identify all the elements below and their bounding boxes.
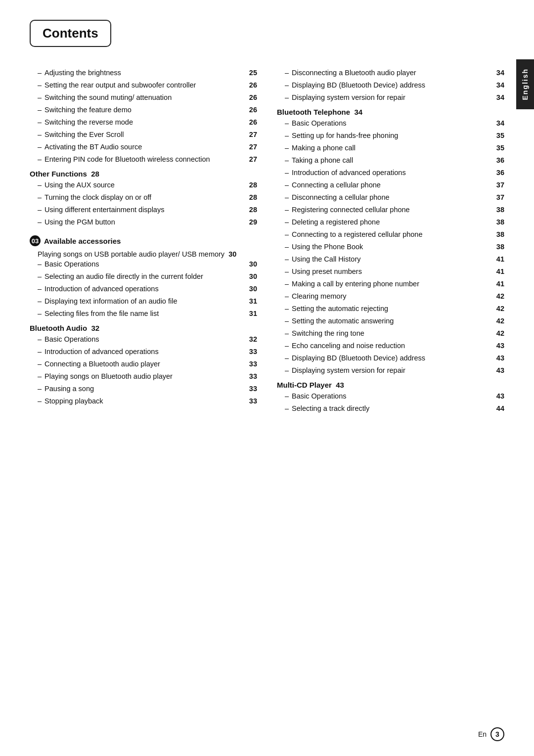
list-item: – Basic Operations 43 [277, 390, 504, 402]
list-item: – Switching the sound muting/ attenuatio… [30, 91, 257, 104]
dash-icon: – [38, 359, 42, 369]
dash-icon: – [38, 296, 42, 307]
list-item: – Turning the clock display on or off 28 [30, 191, 257, 204]
dash-icon: – [38, 284, 42, 294]
dash-icon: – [38, 259, 42, 269]
section-bluetooth-audio: Bluetooth Audio 32 [30, 324, 257, 332]
contents-header: Contents [30, 20, 111, 47]
list-item: – Pausing a song 33 [30, 383, 257, 395]
page-title: Contents [43, 26, 98, 41]
list-item: – Setting up for hands-free phoning 35 [277, 130, 504, 142]
list-item: – Taking a phone call 36 [277, 154, 504, 167]
dash-icon: – [285, 341, 289, 351]
list-item: – Selecting an audio file directly in th… [30, 270, 257, 283]
dash-icon: – [285, 291, 289, 302]
footer-label: En [478, 730, 487, 738]
side-tab: English [516, 59, 534, 109]
dash-icon: – [38, 271, 42, 282]
dash-icon: – [285, 267, 289, 277]
dash-icon: – [285, 205, 289, 215]
list-item: – Connecting to a registered cellular ph… [277, 228, 504, 241]
dash-icon: – [38, 68, 42, 78]
side-tab-label: English [521, 68, 529, 100]
list-item: – Displaying text information of an audi… [30, 295, 257, 308]
list-item: – Clearing memory 42 [277, 290, 504, 303]
dash-icon: – [285, 118, 289, 129]
list-item: – Setting the automatic answering 42 [277, 315, 504, 327]
list-item: – Switching the ring tone 42 [277, 327, 504, 340]
dash-icon: – [285, 229, 289, 240]
dash-icon: – [285, 391, 289, 401]
dash-icon: – [285, 279, 289, 289]
list-item: – Making a phone call 35 [277, 142, 504, 154]
dash-icon: – [285, 168, 289, 178]
list-item: – Displaying BD (Bluetooth Device) addre… [277, 79, 504, 91]
list-item: – Registering connected cellular phone 3… [277, 204, 504, 216]
dash-icon: – [285, 353, 289, 363]
list-item: – Deleting a registered phone 38 [277, 216, 504, 228]
page: English Contents – Adjusting the brightn… [0, 0, 534, 756]
dash-icon: – [285, 242, 289, 252]
footer: En 3 [478, 727, 504, 741]
dash-icon: – [285, 80, 289, 90]
dash-icon: – [38, 384, 42, 394]
list-item: – Disconnecting a cellular phone 37 [277, 191, 504, 204]
section-available-accessories: Available accessories [44, 237, 121, 245]
list-item: – Connecting a cellular phone 37 [277, 179, 504, 191]
dash-icon: – [38, 217, 42, 227]
list-item: – Making a call by entering phone number… [277, 278, 504, 290]
section-bluetooth-telephone: Bluetooth Telephone 34 [277, 108, 504, 116]
dash-icon: – [38, 205, 42, 215]
list-item: – Displaying system version for repair 4… [277, 364, 504, 377]
list-item: – Using the Phone Book 38 [277, 241, 504, 253]
dash-icon: – [38, 334, 42, 345]
dash-icon: – [285, 365, 289, 376]
list-item: – Displaying system version for repair 3… [277, 91, 504, 104]
dash-icon: – [285, 180, 289, 190]
list-item: – Using the Call History 41 [277, 253, 504, 266]
dash-icon: – [285, 131, 289, 141]
dash-icon: – [38, 105, 42, 115]
dash-icon: – [285, 254, 289, 265]
list-item: – Adjusting the brightness 25 [30, 67, 257, 79]
dash-icon: – [38, 117, 42, 128]
dash-icon: – [38, 192, 42, 203]
dash-icon: – [38, 80, 42, 90]
footer-page-number: 3 [490, 727, 504, 741]
dash-icon: – [285, 143, 289, 153]
list-item: – Using the PGM button 29 [30, 216, 257, 228]
list-item: – Displaying BD (Bluetooth Device) addre… [277, 352, 504, 364]
list-item: – Disconnecting a Bluetooth audio player… [277, 67, 504, 79]
dash-icon: – [285, 68, 289, 78]
list-item: – Switching the feature demo 26 [30, 104, 257, 116]
dash-icon: – [285, 304, 289, 314]
dash-icon: – [38, 371, 42, 382]
dash-icon: – [38, 142, 42, 152]
dash-icon: – [38, 396, 42, 406]
dash-icon: – [38, 154, 42, 165]
list-item: – Introduction of advanced operations 36 [277, 167, 504, 179]
list-item: – Switching the reverse mode 26 [30, 116, 257, 129]
list-item: – Stopping playback 33 [30, 395, 257, 407]
dash-icon: – [285, 192, 289, 203]
list-item: – Entering PIN code for Bluetooth wirele… [30, 153, 257, 166]
dash-icon: – [285, 155, 289, 166]
right-column: – Disconnecting a Bluetooth audio player… [277, 67, 504, 415]
list-item: – Echo canceling and noise reduction 43 [277, 340, 504, 352]
list-item: – Playing songs on Bluetooth audio playe… [30, 370, 257, 383]
list-item: – Introduction of advanced operations 33 [30, 346, 257, 358]
circle-number: 03 [30, 235, 41, 246]
content-columns: – Adjusting the brightness 25 – Setting … [30, 67, 504, 415]
list-item: – Switching the Ever Scroll 27 [30, 129, 257, 141]
list-item: – Basic Operations 34 [277, 117, 504, 130]
section-other-functions: Other Functions 28 [30, 170, 257, 178]
list-item: – Using different entertainment displays… [30, 204, 257, 216]
dash-icon: – [38, 180, 42, 190]
list-item: – Using preset numbers 41 [277, 266, 504, 278]
dash-icon: – [285, 403, 289, 414]
dash-icon: – [38, 347, 42, 357]
list-item: – Basic Operations 32 [30, 333, 257, 346]
list-item: – Activating the BT Audio source 27 [30, 141, 257, 153]
section-multicd-player: Multi-CD Player 43 [277, 381, 504, 389]
left-column: – Adjusting the brightness 25 – Setting … [30, 67, 257, 415]
